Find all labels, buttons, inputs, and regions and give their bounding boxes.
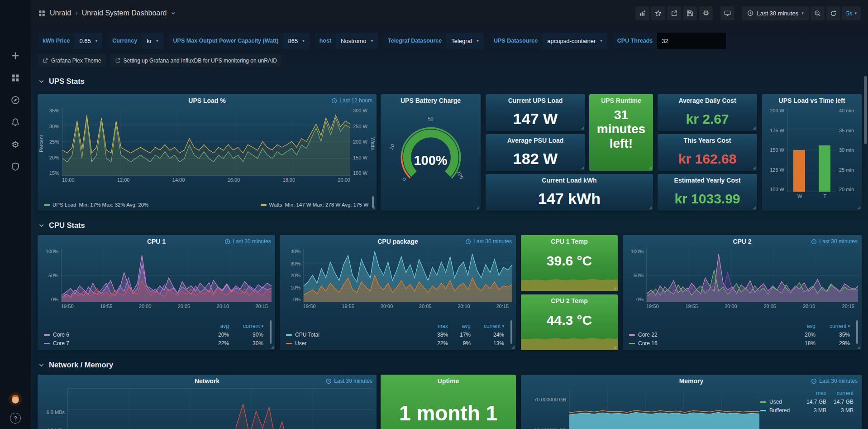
variable-value-dropdown[interactable]: kr▾ xyxy=(142,33,163,49)
legend-series-name[interactable]: Core 7 xyxy=(44,340,201,347)
legend-series-name[interactable]: Watts xyxy=(269,202,282,207)
panel-cpu1-temp: CPU 1 Temp 39.6 °C xyxy=(521,235,618,291)
stat-value: kr 1033.99 xyxy=(674,191,740,207)
section-header-cpu-stats[interactable]: CPU Stats xyxy=(38,221,85,230)
panel-title[interactable]: Average PSU Load xyxy=(507,137,564,144)
legend-scrollbar[interactable] xyxy=(856,320,858,344)
panel-title[interactable]: CPU package xyxy=(377,238,418,245)
link-ups-monitoring-guide[interactable]: Setting up Grafana and InfluxDB for UPS … xyxy=(110,54,282,67)
legend-header-avg[interactable]: avg xyxy=(448,323,471,329)
panel-title[interactable]: Estimated Yearly Cost xyxy=(674,177,741,184)
stat-value: 39.6 °C xyxy=(521,253,618,269)
panel-title[interactable]: CPU 1 xyxy=(147,238,166,245)
save-dashboard-button[interactable] xyxy=(683,6,697,20)
panel-title[interactable]: CPU 2 Temp xyxy=(551,297,587,304)
panel-title[interactable]: UPS Load vs Time left xyxy=(779,97,845,104)
sidebar-item-explore[interactable] xyxy=(5,91,25,109)
section-header-ups-stats[interactable]: UPS Stats xyxy=(38,77,85,86)
chart-area[interactable] xyxy=(303,249,512,302)
help-button[interactable]: ? xyxy=(10,413,21,424)
breadcrumb: Unraid › Unraid System Dashboard xyxy=(38,9,176,18)
refresh-interval-select[interactable]: 5s ▾ xyxy=(842,6,861,20)
legend-header-avg[interactable]: avg xyxy=(201,323,229,329)
dashboard-settings-button[interactable]: ⚙ xyxy=(699,6,713,20)
panel-title[interactable]: Uptime xyxy=(438,377,459,385)
zoom-out-time-button[interactable] xyxy=(811,6,825,20)
variable-value-dropdown[interactable]: Nostromo▾ xyxy=(336,33,378,49)
breadcrumb-dashboard-title[interactable]: Unraid System Dashboard xyxy=(82,9,167,17)
legend-color-dash xyxy=(760,410,766,411)
variable-value-dropdown[interactable]: apcupsd-container▾ xyxy=(542,33,607,49)
panel-estimated-yearly-cost: Estimated Yearly Cost kr 1033.99 xyxy=(658,174,757,211)
legend-header-max[interactable]: max xyxy=(421,323,448,329)
panel-title[interactable]: UPS Runtime xyxy=(601,97,641,104)
legend-value: 9% xyxy=(448,340,471,347)
panel-title[interactable]: Memory xyxy=(679,377,704,385)
grafana-logo[interactable] xyxy=(6,4,25,23)
axis-tick: 20:05 xyxy=(419,304,432,309)
legend-series-name[interactable]: UPS Load xyxy=(52,202,76,207)
cycle-view-button[interactable] xyxy=(720,6,734,20)
panel-title[interactable]: CPU 2 xyxy=(733,238,751,245)
panel-title[interactable]: UPS Load % xyxy=(188,97,225,104)
legend-header-current[interactable]: current xyxy=(826,390,854,396)
legend-series-name[interactable]: Core 22 xyxy=(629,332,787,338)
add-panel-button[interactable] xyxy=(635,6,649,20)
time-range-picker[interactable]: Last 30 minutes ▾ xyxy=(742,6,808,20)
breadcrumb-org[interactable]: Unraid xyxy=(50,9,71,17)
legend-series-name[interactable]: Used xyxy=(760,399,800,405)
link-grafana-plex-theme[interactable]: Grafana Plex Theme xyxy=(38,54,106,67)
panel-header: UPS Load % Last 12 hours xyxy=(38,94,377,107)
chart-area[interactable] xyxy=(62,108,350,176)
sidebar-item-dashboards[interactable] xyxy=(5,69,25,87)
legend-header-max[interactable]: max xyxy=(800,390,826,396)
apps-icon xyxy=(38,10,46,17)
legend-header-current[interactable]: current▾ xyxy=(471,323,504,329)
sidebar-item-create[interactable] xyxy=(5,47,25,65)
section-header-network-memory[interactable]: Network / Memory xyxy=(38,361,113,369)
variable-label: CPU Threads xyxy=(613,33,658,49)
legend-series-name[interactable]: Buffered xyxy=(760,407,800,414)
cpu-threads-input[interactable] xyxy=(657,33,726,49)
share-dashboard-button[interactable] xyxy=(667,6,681,20)
variable-telegraf-datasource: Telegraf Datasource Telegraf▾ xyxy=(383,33,484,49)
axis-tick: 200 W xyxy=(353,139,367,145)
legend-series-name[interactable]: User xyxy=(286,340,421,347)
panel-title[interactable]: CPU 1 Temp xyxy=(551,238,587,245)
chart-area[interactable] xyxy=(67,388,373,429)
star-dashboard-button[interactable] xyxy=(651,6,665,20)
clock-icon xyxy=(465,239,471,245)
legend-header-current[interactable]: current▾ xyxy=(816,323,850,329)
page-scrollbar[interactable] xyxy=(864,76,867,144)
legend-scrollbar[interactable] xyxy=(510,320,512,344)
sidebar-item-alerting[interactable] xyxy=(5,113,25,131)
panel-title[interactable]: Network xyxy=(195,377,219,385)
variable-value-dropdown[interactable]: 865▾ xyxy=(283,33,309,49)
chart-area[interactable] xyxy=(61,249,272,302)
variable-value-dropdown[interactable]: Telegraf▾ xyxy=(446,33,484,49)
chart-area[interactable] xyxy=(569,388,759,429)
sidebar-item-server-admin[interactable] xyxy=(5,158,25,176)
panel-title[interactable]: This Years Cost xyxy=(684,137,731,144)
legend-series-name[interactable]: Core 16 xyxy=(629,340,787,347)
bell-icon xyxy=(11,118,20,127)
legend-value: 3 MB xyxy=(800,407,826,414)
legend-series-name[interactable]: CPU Total xyxy=(286,332,421,338)
refresh-button[interactable] xyxy=(826,6,840,20)
legend-scrollbar[interactable] xyxy=(270,320,272,344)
panel-title[interactable]: UPS Battery Charge xyxy=(401,97,461,104)
panel-title[interactable]: Average Daily Cost xyxy=(678,97,736,104)
chart-area[interactable] xyxy=(787,108,836,192)
legend-header-current[interactable]: current▾ xyxy=(229,323,263,329)
panel-title[interactable]: Current UPS Load xyxy=(508,97,563,104)
sidebar-item-configuration[interactable]: ⚙ xyxy=(5,135,25,154)
chart-area[interactable] xyxy=(646,249,858,302)
panel-title[interactable]: Current Load kWh xyxy=(542,177,596,184)
variable-value-dropdown[interactable]: 0.65▾ xyxy=(74,33,102,49)
user-avatar[interactable] xyxy=(9,392,22,406)
legend-scrollbar[interactable] xyxy=(372,196,374,208)
legend-header-avg[interactable]: avg xyxy=(787,323,816,329)
legend-series-name[interactable]: Core 6 xyxy=(44,332,201,338)
chevron-down-icon[interactable] xyxy=(171,10,176,16)
panel-memory: Memory Last 30 minutes 70.000000 GB60.00… xyxy=(521,375,862,429)
